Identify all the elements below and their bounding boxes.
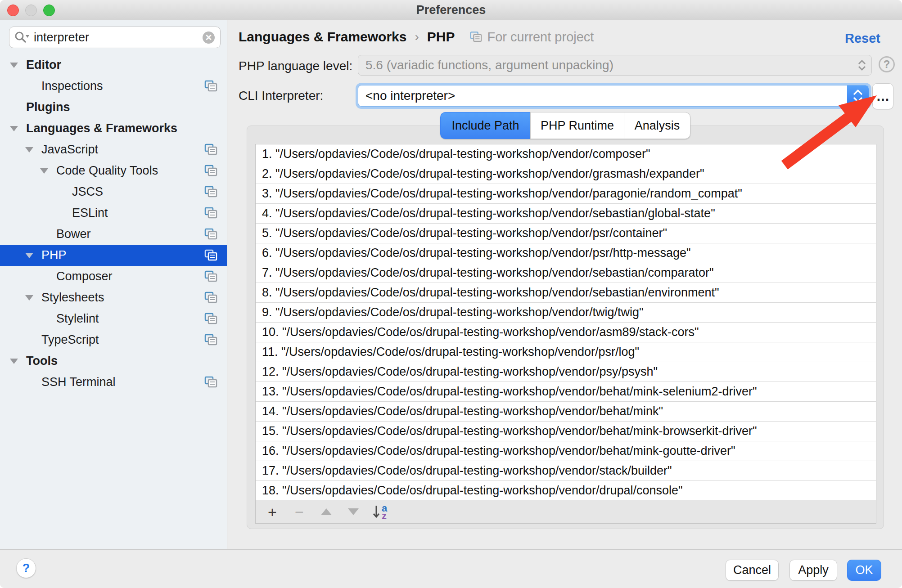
- sort-alphabetically-button[interactable]: a z: [372, 500, 387, 524]
- path-text: 10. "/Users/opdavies/Code/os/drupal-test…: [262, 325, 699, 339]
- tree-item-label: Code Quality Tools: [56, 164, 158, 178]
- add-path-button[interactable]: +: [262, 500, 283, 524]
- preferences-window: Preferences ✕ Editor: [0, 0, 902, 588]
- expand-triangle-icon[interactable]: [25, 253, 41, 258]
- sidebar-tree-item[interactable]: Stylelint: [0, 308, 227, 329]
- move-up-button[interactable]: [316, 500, 337, 524]
- include-path-row[interactable]: 7. "/Users/opdavies/Code/os/drupal-testi…: [256, 263, 876, 283]
- shared-settings-icon: [204, 313, 218, 325]
- sidebar-tree-item[interactable]: Code Quality Tools: [0, 160, 227, 181]
- sidebar-tree-item[interactable]: Tools: [0, 350, 227, 372]
- include-path-row[interactable]: 9. "/Users/opdavies/Code/os/drupal-testi…: [256, 303, 876, 323]
- search-input[interactable]: [33, 30, 203, 45]
- sidebar-tree-item[interactable]: Bower: [0, 224, 227, 245]
- apply-button[interactable]: Apply: [789, 560, 837, 581]
- expand-triangle-icon[interactable]: [10, 359, 26, 364]
- tree-item-label: Stylelint: [56, 312, 99, 326]
- include-path-row[interactable]: 4. "/Users/opdavies/Code/os/drupal-testi…: [256, 204, 876, 224]
- sidebar-tree-item[interactable]: PHP: [0, 245, 227, 266]
- sidebar-tree-item[interactable]: Languages & Frameworks: [0, 118, 227, 139]
- shared-settings-icon: [204, 228, 218, 241]
- expand-triangle-icon[interactable]: [10, 63, 26, 68]
- path-text: 9. "/Users/opdavies/Code/os/drupal-testi…: [262, 305, 644, 319]
- shared-settings-icon: [204, 292, 218, 304]
- include-path-row[interactable]: 17. "/Users/opdavies/Code/os/drupal-test…: [256, 461, 876, 481]
- tree-item-label: Bower: [56, 227, 91, 241]
- shared-settings-icon: [204, 376, 218, 389]
- path-text: 7. "/Users/opdavies/Code/os/drupal-testi…: [262, 266, 714, 279]
- include-path-row[interactable]: 18. "/Users/opdavies/Code/os/drupal-test…: [256, 481, 876, 501]
- include-path-row[interactable]: 15. "/Users/opdavies/Code/os/drupal-test…: [256, 422, 876, 441]
- breadcrumb-current: PHP: [427, 29, 455, 45]
- path-text: 3. "/Users/opdavies/Code/os/drupal-testi…: [262, 187, 742, 200]
- sidebar-tree-item[interactable]: Editor: [0, 54, 227, 76]
- include-path-panel: 1. "/Users/opdavies/Code/os/drupal-testi…: [247, 126, 884, 529]
- include-path-row[interactable]: 16. "/Users/opdavies/Code/os/drupal-test…: [256, 441, 876, 461]
- settings-search-box[interactable]: ✕: [9, 27, 221, 48]
- include-path-row[interactable]: 6. "/Users/opdavies/Code/os/drupal-testi…: [256, 243, 876, 263]
- language-level-help-icon[interactable]: ?: [879, 56, 895, 72]
- settings-tree: Editor Inspections Plugins: [0, 54, 227, 393]
- ok-button[interactable]: OK: [847, 560, 881, 581]
- window-title: Preferences: [0, 0, 902, 20]
- sidebar-tree-item[interactable]: TypeScript: [0, 329, 227, 350]
- main-content: Languages & Frameworks › PHP For current…: [228, 20, 902, 549]
- breadcrumb-parent[interactable]: Languages & Frameworks: [239, 29, 406, 45]
- help-button[interactable]: ?: [16, 558, 36, 578]
- shared-settings-icon: [204, 207, 218, 220]
- tab-include-path[interactable]: Include Path: [440, 112, 530, 139]
- include-path-row[interactable]: 14. "/Users/opdavies/Code/os/drupal-test…: [256, 402, 876, 422]
- include-path-row[interactable]: 12. "/Users/opdavies/Code/os/drupal-test…: [256, 362, 876, 382]
- sidebar-tree-item[interactable]: Plugins: [0, 97, 227, 118]
- path-text: 6. "/Users/opdavies/Code/os/drupal-testi…: [262, 246, 691, 260]
- browse-interpreters-button[interactable]: …: [872, 83, 893, 109]
- sidebar-tree-item[interactable]: Inspections: [0, 76, 227, 97]
- sidebar: ✕ Editor Inspections Plugins: [0, 20, 227, 549]
- remove-path-button[interactable]: −: [289, 500, 310, 524]
- expand-triangle-icon[interactable]: [40, 168, 56, 174]
- stepper-up-down-icon[interactable]: [847, 85, 869, 106]
- path-text: 8. "/Users/opdavies/Code/os/drupal-testi…: [262, 286, 719, 299]
- include-path-row[interactable]: 13. "/Users/opdavies/Code/os/drupal-test…: [256, 382, 876, 402]
- sidebar-tree-item[interactable]: Composer: [0, 266, 227, 287]
- expand-triangle-icon[interactable]: [25, 147, 41, 153]
- sidebar-tree-item[interactable]: JavaScript: [0, 139, 227, 160]
- include-path-row[interactable]: 10. "/Users/opdavies/Code/os/drupal-test…: [256, 323, 876, 342]
- sidebar-tree-item[interactable]: JSCS: [0, 181, 227, 202]
- path-text: 11. "/Users/opdavies/Code/os/drupal-test…: [262, 345, 639, 359]
- shared-settings-icon: [470, 31, 483, 43]
- path-text: 1. "/Users/opdavies/Code/os/drupal-testi…: [262, 147, 650, 161]
- sidebar-tree-item[interactable]: ESLint: [0, 202, 227, 224]
- tab-php-runtime[interactable]: PHP Runtime: [530, 112, 624, 139]
- path-text: 2. "/Users/opdavies/Code/os/drupal-testi…: [262, 167, 704, 180]
- include-path-row[interactable]: 2. "/Users/opdavies/Code/os/drupal-testi…: [256, 164, 876, 184]
- tree-item-label: PHP: [41, 248, 67, 262]
- sort-arrow-icon: [372, 503, 381, 521]
- path-text: 14. "/Users/opdavies/Code/os/drupal-test…: [262, 404, 663, 418]
- reset-link[interactable]: Reset: [845, 31, 880, 46]
- tab-analysis[interactable]: Analysis: [624, 112, 690, 139]
- tree-item-label: Inspections: [41, 79, 103, 93]
- tree-item-label: JSCS: [72, 185, 103, 199]
- shared-settings-icon: [204, 249, 218, 262]
- cancel-button[interactable]: Cancel: [726, 560, 779, 581]
- include-path-row[interactable]: 3. "/Users/opdavies/Code/os/drupal-testi…: [256, 184, 876, 204]
- cli-interpreter-select[interactable]: <no interpreter>: [358, 85, 869, 107]
- sidebar-tree-item[interactable]: Stylesheets: [0, 287, 227, 308]
- tree-item-label: Tools: [26, 354, 58, 368]
- expand-triangle-icon[interactable]: [25, 295, 41, 301]
- path-text: 16. "/Users/opdavies/Code/os/drupal-test…: [262, 444, 735, 458]
- clear-search-icon[interactable]: ✕: [203, 31, 215, 44]
- sidebar-tree-item[interactable]: SSH Terminal: [0, 372, 227, 393]
- search-icon: [14, 31, 29, 44]
- cli-interpreter-value: <no interpreter>: [365, 89, 847, 103]
- include-path-row[interactable]: 1. "/Users/opdavies/Code/os/drupal-testi…: [256, 144, 876, 164]
- include-path-row[interactable]: 8. "/Users/opdavies/Code/os/drupal-testi…: [256, 283, 876, 303]
- shared-settings-icon: [204, 144, 218, 156]
- move-down-button[interactable]: [343, 500, 364, 524]
- scope-indicator: For current project: [470, 30, 594, 45]
- stepper-up-down-icon: [857, 59, 867, 71]
- include-path-row[interactable]: 11. "/Users/opdavies/Code/os/drupal-test…: [256, 342, 876, 362]
- expand-triangle-icon[interactable]: [10, 126, 26, 131]
- include-path-row[interactable]: 5. "/Users/opdavies/Code/os/drupal-testi…: [256, 224, 876, 243]
